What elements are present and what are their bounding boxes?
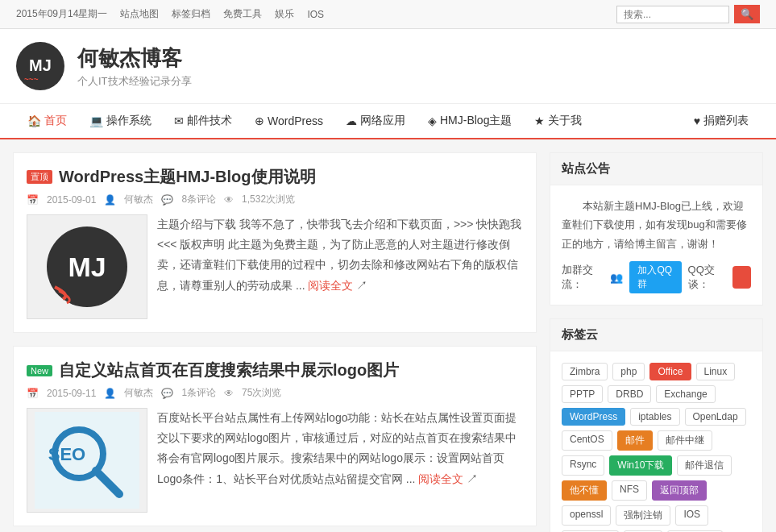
sidebar-announcement: 站点公告 本站新主题HMJ-Blog已上线，欢迎童鞋们下载使用，如有发现bug和… [550,152,763,305]
nav-donate[interactable]: ♥ 捐赠列表 [683,104,760,138]
site-header: MJ ~~~ 何敏杰博客 个人IT技术经验记录分享 [0,29,776,104]
search-button[interactable]: 🔍 [734,5,760,23]
tag-mail-relay[interactable]: 邮件中继 [658,430,712,451]
article-title-row-2: New 自定义站点首页在百度搜索结果中展示logo图片 [27,360,523,381]
article-date-1: 2015-09-01 [47,194,96,206]
thumb-mj-logo: MJ [47,227,127,307]
tag-zimbra[interactable]: Zimbra [562,363,608,380]
topbar-date: 2015年09月14星期一 [16,7,107,21]
tag-drbd[interactable]: DRBD [608,385,651,403]
meta-view-icon-2: 👁 [224,388,234,399]
article-comments-2[interactable]: 1条评论 [181,386,216,400]
tag-openssl[interactable]: openssl [562,505,611,526]
meta-author-icon-1: 👤 [104,194,116,206]
read-more-1[interactable]: 阅读全文 [308,279,353,292]
nav-donate-label: 捐赠列表 [703,114,749,128]
article-title-row-1: 置顶 WordPress主题HMJ-Blog使用说明 [27,166,523,188]
site-tagline: 个人IT技术经验记录分享 [77,74,192,89]
hmj-icon: ◈ [428,114,437,127]
nav-about[interactable]: ★ 关于我 [523,104,593,138]
os-icon: 💻 [89,114,103,127]
topbar: 2015年09月14星期一 站点地图 标签归档 免费工具 娱乐 IOS 🔍 [0,0,776,29]
nav-home[interactable]: 🏠 首页 [16,104,78,139]
article-author-2[interactable]: 何敏杰 [124,386,153,400]
topbar-link-sitemap[interactable]: 站点地图 [120,7,159,21]
article-thumb-1: MJ [27,214,147,319]
tag-office[interactable]: Office [649,363,691,380]
nav-os-label: 操作系统 [106,114,151,128]
search-input[interactable] [616,6,729,23]
announcement-content: 本站新主题HMJ-Blog已上线，欢迎童鞋们下载使用，如有发现bug和需要修正的… [550,185,762,305]
tag-rsync[interactable]: Rsync [562,455,604,476]
tags-cloud: Zimbra php Office Linux PPTP DRBD Exchan… [562,363,751,532]
sidebar-tags: 标签云 Zimbra php Office Linux PPTP DRBD Ex… [550,318,763,532]
tag-mail-bounce[interactable]: 邮件退信 [677,455,732,476]
tag-nfs[interactable]: NFS [612,480,647,501]
article-body-1: MJ 主题介绍与下载 我等不急了，快带我飞去介绍和下载页面，>>> 快快跑我<<… [27,214,523,319]
logo-svg: MJ ~~~ [16,42,64,90]
tag-exchange[interactable]: Exchange [656,385,715,403]
tag-openldap[interactable]: OpenLdap [685,408,746,426]
heart-icon: ♥ [694,114,700,127]
site-logo[interactable]: MJ ~~~ [16,42,64,90]
topbar-search: 🔍 [616,5,760,23]
tag-backtop[interactable]: 返回顶部 [652,480,707,501]
article-meta-2: 📅 2015-09-11 👤 何敏杰 💬 1条评论 👁 75次浏览 [27,386,523,400]
article-meta-1: 📅 2015-09-01 👤 何敏杰 💬 8条评论 👁 1,532次浏览 [27,193,523,206]
tag-iptables[interactable]: iptables [630,408,679,426]
main-container: 置顶 WordPress主题HMJ-Blog使用说明 📅 2015-09-01 … [0,139,776,532]
wp-icon: ⊕ [255,114,264,127]
qq-avatar[interactable] [732,266,751,289]
article-body-2: SEO 百度站长平台站点属性有上传网站logo功能：站长在站点属性设置页面提交以… [27,408,523,513]
nav-email[interactable]: ✉ 邮件技术 [163,104,243,138]
meta-comment-icon-2: 💬 [161,388,173,399]
topbar-link-tools[interactable]: 免费工具 [223,7,262,21]
svg-text:SEO: SEO [48,444,85,464]
article-excerpt-2: 百度站长平台站点属性有上传网站logo功能：站长在站点属性设置页面提交以下要求的… [157,411,517,485]
qq-btn-label: 加入QQ群 [637,264,673,291]
article-comments-1[interactable]: 8条评论 [181,193,216,206]
qq-group-button[interactable]: 加入QQ群 [629,261,681,293]
announcement-text: 本站新主题HMJ-Blog已上线，欢迎童鞋们下载使用，如有发现bug和需要修正的… [562,197,751,253]
qq-label: 加群交流： [562,263,604,292]
nav-about-label: 关于我 [548,114,582,128]
tag-hedontknow[interactable]: 他不懂 [562,480,607,501]
qq-row: 加群交流： 👥 加入QQ群 QQ交谈： [562,261,751,293]
tag-centos[interactable]: CentOS [562,430,612,451]
meta-author-icon-2: 👤 [104,388,116,399]
site-name: 何敏杰博客 [77,44,192,73]
article-date-2: 2015-09-11 [47,388,96,399]
nav-hmj-blog[interactable]: ◈ HMJ-Blog主题 [417,104,523,138]
qq-group-icon: 👥 [610,272,623,284]
tag-php[interactable]: php [612,363,645,380]
home-icon: 🏠 [27,114,41,127]
article-author-1[interactable]: 何敏杰 [124,193,153,206]
tag-linux[interactable]: Linux [696,363,736,380]
topbar-link-tags[interactable]: 标签归档 [172,7,210,21]
cloud-icon: ☁ [346,114,357,127]
read-more-2[interactable]: 阅读全文 [418,472,463,485]
tag-forcelogout[interactable]: 强制注销 [616,505,670,526]
tag-pptp[interactable]: PPTP [562,385,603,403]
badge-top-1: 置顶 [27,170,52,184]
tag-ios[interactable]: IOS [675,505,708,526]
about-icon: ★ [534,114,545,127]
meta-calendar-icon-1: 📅 [27,194,39,206]
site-title-block: 何敏杰博客 个人IT技术经验记录分享 [77,44,192,89]
nav-os[interactable]: 💻 操作系统 [78,104,163,138]
external-link-icon-2: ↗ [467,472,478,485]
article-title-1[interactable]: WordPress主题HMJ-Blog使用说明 [59,166,316,188]
nav-network[interactable]: ☁ 网络应用 [334,104,417,138]
tag-mail[interactable]: 邮件 [617,430,653,451]
svg-text:MJ: MJ [29,56,52,74]
external-link-icon-1: ↗ [356,279,367,292]
nav-wp-label: WordPress [268,114,323,127]
nav-wordpress[interactable]: ⊕ WordPress [243,105,334,137]
article-views-2: 75次浏览 [242,386,281,400]
topbar-link-ios[interactable]: IOS [307,9,324,20]
tag-wordpress[interactable]: WordPress [562,408,625,426]
article-thumb-2: SEO [27,408,147,513]
topbar-link-entertainment[interactable]: 娱乐 [275,7,294,21]
article-title-2[interactable]: 自定义站点首页在百度搜索结果中展示logo图片 [59,360,399,381]
tag-win10[interactable]: Win10下载 [609,455,672,476]
